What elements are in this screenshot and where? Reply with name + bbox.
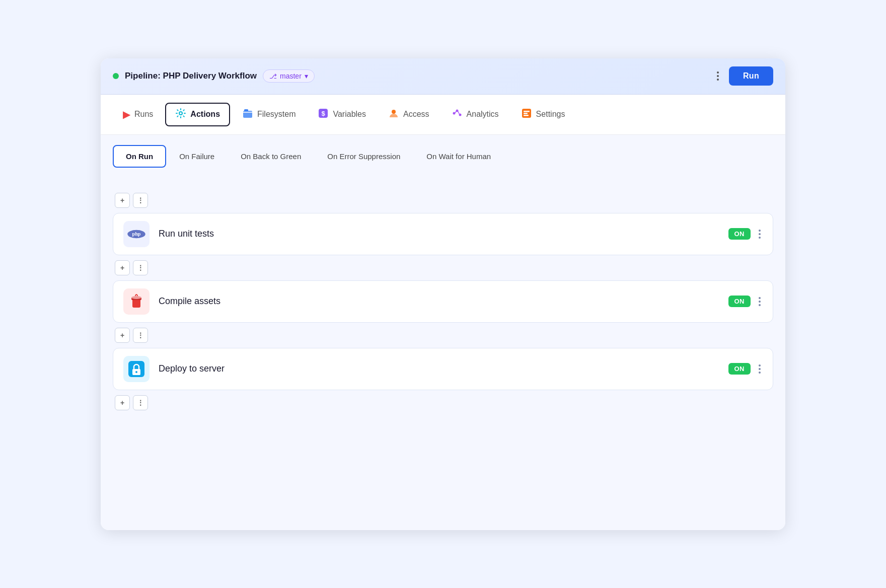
- pipeline-title: Pipeline: PHP Delivery Workflow: [125, 71, 257, 81]
- header-left: Pipeline: PHP Delivery Workflow ⎇ master…: [113, 69, 315, 83]
- add-action-button-bottom[interactable]: +: [115, 395, 130, 410]
- between-controls-mid1: + ⋮: [115, 260, 771, 275]
- tab-analytics[interactable]: Analytics: [441, 103, 509, 126]
- tab-actions-label: Actions: [190, 110, 220, 119]
- content-area: + ⋮ php Run unit tests ON +: [101, 178, 785, 530]
- action-icon-gulp: [123, 288, 150, 315]
- action-status-compile-assets: ON: [728, 296, 751, 307]
- tab-actions[interactable]: Actions: [165, 103, 230, 126]
- add-action-button-mid2[interactable]: +: [115, 328, 130, 343]
- svg-point-19: [131, 296, 141, 299]
- run-button[interactable]: Run: [729, 66, 773, 86]
- runs-icon: ▶: [123, 108, 130, 120]
- tab-settings[interactable]: Settings: [511, 103, 575, 126]
- subtab-on-failure[interactable]: On Failure: [166, 145, 228, 168]
- action-label-compile-assets: Compile assets: [159, 296, 728, 307]
- svg-text:php: php: [132, 231, 141, 237]
- svg-rect-1: [243, 111, 252, 118]
- action-icon-php: php: [123, 221, 150, 247]
- filesystem-icon: [242, 108, 253, 121]
- action-label-run-unit-tests: Run unit tests: [159, 229, 728, 239]
- subtab-on-wait-for-human[interactable]: On Wait for Human: [413, 145, 504, 168]
- between-controls-top: + ⋮: [115, 193, 771, 208]
- subtab-on-run-label: On Run: [126, 152, 153, 161]
- svg-rect-12: [524, 111, 530, 112]
- settings-icon: [521, 108, 532, 121]
- svg-point-22: [135, 371, 137, 373]
- action-label-deploy-to-server: Deploy to server: [159, 363, 728, 374]
- main-window: Pipeline: PHP Delivery Workflow ⎇ master…: [101, 58, 785, 530]
- tab-access-label: Access: [403, 110, 429, 119]
- action-card-run-unit-tests: php Run unit tests ON: [113, 213, 773, 255]
- between-controls-bottom: + ⋮: [115, 395, 771, 410]
- header-right: Run: [713, 66, 773, 86]
- dots-icon-bottom: ⋮: [137, 399, 144, 407]
- subtab-on-error-suppression-label: On Error Suppression: [327, 152, 400, 161]
- tab-variables-label: Variables: [333, 110, 366, 119]
- plus-icon: +: [120, 196, 124, 204]
- action-more-run-unit-tests[interactable]: [757, 228, 763, 241]
- more-options-button-top[interactable]: ⋮: [133, 193, 148, 208]
- dots-icon-mid2: ⋮: [137, 331, 144, 339]
- branch-icon: ⎇: [269, 72, 277, 80]
- between-controls-mid2: + ⋮: [115, 328, 771, 343]
- add-action-button-top[interactable]: +: [115, 193, 130, 208]
- branch-label: master: [280, 72, 302, 80]
- subtab-on-wait-for-human-label: On Wait for Human: [426, 152, 491, 161]
- tab-runs-label: Runs: [134, 110, 153, 119]
- svg-rect-13: [524, 113, 528, 114]
- tab-access[interactable]: Access: [378, 103, 439, 126]
- subtab-on-error-suppression[interactable]: On Error Suppression: [314, 145, 413, 168]
- action-more-deploy-to-server[interactable]: [757, 362, 763, 376]
- svg-rect-2: [244, 109, 248, 111]
- svg-point-5: [392, 110, 396, 114]
- action-more-compile-assets[interactable]: [757, 295, 763, 308]
- branch-selector[interactable]: ⎇ master ▾: [263, 69, 315, 83]
- sub-tabs: On Run On Failure On Back to Green On Er…: [101, 135, 785, 178]
- svg-point-8: [459, 113, 461, 116]
- chevron-down-icon: ▾: [305, 72, 308, 80]
- more-options-button-bottom[interactable]: ⋮: [133, 395, 148, 410]
- action-card-compile-assets: Compile assets ON: [113, 280, 773, 323]
- nav-tabs: ▶ Runs Actions Filesystem: [101, 95, 785, 135]
- plus-icon-mid1: +: [120, 264, 124, 272]
- dots-icon-mid1: ⋮: [137, 264, 144, 272]
- variables-icon: $: [318, 108, 329, 121]
- action-status-run-unit-tests: ON: [728, 228, 751, 240]
- svg-line-10: [458, 111, 459, 114]
- svg-line-9: [455, 111, 456, 113]
- tab-filesystem-label: Filesystem: [257, 110, 296, 119]
- access-icon: [388, 108, 399, 121]
- more-options-button-mid1[interactable]: ⋮: [133, 260, 148, 275]
- tab-analytics-label: Analytics: [467, 110, 499, 119]
- action-card-deploy-to-server: Deploy to server ON: [113, 348, 773, 390]
- tab-filesystem[interactable]: Filesystem: [232, 103, 306, 126]
- add-action-button-mid1[interactable]: +: [115, 260, 130, 275]
- analytics-icon: [452, 108, 463, 121]
- subtab-on-run[interactable]: On Run: [113, 145, 166, 168]
- action-status-deploy-to-server: ON: [728, 363, 751, 375]
- dots-icon: ⋮: [137, 196, 144, 204]
- subtab-on-failure-label: On Failure: [179, 152, 214, 161]
- plus-icon-bottom: +: [120, 399, 124, 407]
- subtab-on-back-to-green-label: On Back to Green: [241, 152, 301, 161]
- header: Pipeline: PHP Delivery Workflow ⎇ master…: [101, 58, 785, 95]
- more-options-button-mid2[interactable]: ⋮: [133, 328, 148, 343]
- plus-icon-mid2: +: [120, 331, 124, 339]
- svg-text:$: $: [322, 110, 326, 117]
- header-more-button[interactable]: [713, 69, 723, 83]
- tab-variables[interactable]: $ Variables: [308, 103, 376, 126]
- subtab-on-back-to-green[interactable]: On Back to Green: [228, 145, 314, 168]
- svg-point-0: [179, 112, 182, 115]
- tab-runs[interactable]: ▶ Runs: [113, 103, 163, 125]
- svg-rect-14: [524, 115, 529, 116]
- actions-icon: [175, 108, 186, 121]
- status-indicator: [113, 73, 119, 79]
- tab-settings-label: Settings: [536, 110, 565, 119]
- action-icon-deploy: [123, 356, 150, 382]
